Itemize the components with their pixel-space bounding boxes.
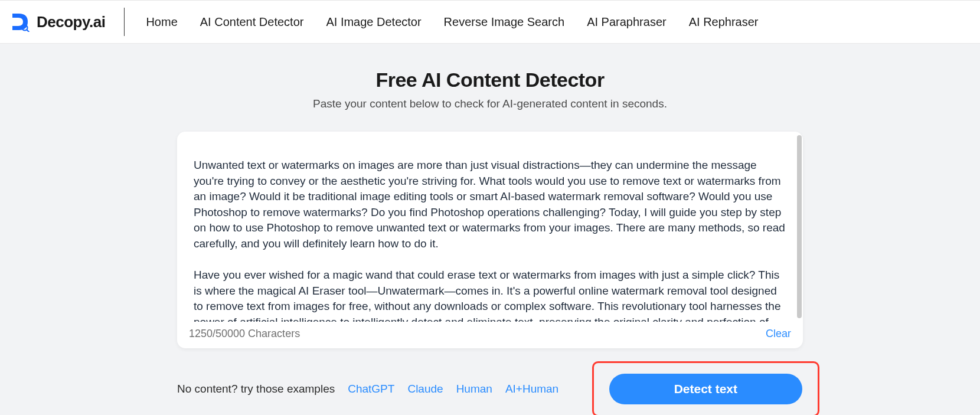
- main-nav: Home AI Content Detector AI Image Detect…: [146, 15, 758, 29]
- clear-button[interactable]: Clear: [766, 328, 791, 340]
- editor-card: Unwanted text or watermarks on images ar…: [177, 132, 803, 348]
- detect-text-button[interactable]: Detect text: [609, 374, 802, 404]
- nav-home[interactable]: Home: [146, 15, 177, 29]
- example-human[interactable]: Human: [456, 383, 492, 396]
- scrollbar[interactable]: [797, 135, 802, 318]
- logo-icon: [11, 12, 31, 32]
- brand-name: Decopy.ai: [37, 13, 105, 31]
- svg-line-1: [27, 30, 30, 32]
- page-subtitle: Paste your content below to check for AI…: [313, 97, 667, 110]
- content-textarea[interactable]: Unwanted text or watermarks on images ar…: [194, 158, 786, 322]
- nav-divider: [124, 8, 125, 36]
- nav-reverse-image-search[interactable]: Reverse Image Search: [444, 15, 565, 29]
- nav-ai-paraphraser[interactable]: AI Paraphraser: [587, 15, 667, 29]
- char-count: 1250/50000 Characters: [189, 328, 300, 340]
- example-claude[interactable]: Claude: [407, 383, 443, 396]
- action-row: No content? try those examples ChatGPT C…: [177, 361, 803, 415]
- nav-ai-image-detector[interactable]: AI Image Detector: [326, 15, 421, 29]
- nav-ai-content-detector[interactable]: AI Content Detector: [200, 15, 304, 29]
- examples: No content? try those examples ChatGPT C…: [177, 383, 558, 396]
- nav-ai-rephraser[interactable]: AI Rephraser: [689, 15, 759, 29]
- textarea-wrap: Unwanted text or watermarks on images ar…: [177, 132, 803, 322]
- example-chatgpt[interactable]: ChatGPT: [348, 383, 394, 396]
- examples-label: No content? try those examples: [177, 383, 335, 396]
- site-header: Decopy.ai Home AI Content Detector AI Im…: [0, 0, 980, 44]
- editor-footer: 1250/50000 Characters Clear: [177, 322, 803, 348]
- main-content: Free AI Content Detector Paste your cont…: [0, 44, 980, 415]
- detect-highlight: Detect text: [592, 361, 819, 415]
- example-ai-human[interactable]: AI+Human: [505, 383, 558, 396]
- logo[interactable]: Decopy.ai: [11, 12, 105, 32]
- page-title: Free AI Content Detector: [375, 68, 604, 92]
